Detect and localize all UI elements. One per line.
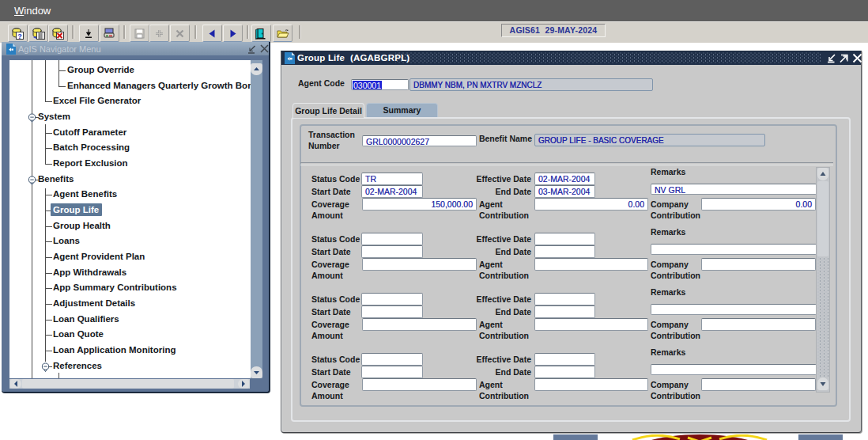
svg-text:?: ? <box>17 32 22 40</box>
